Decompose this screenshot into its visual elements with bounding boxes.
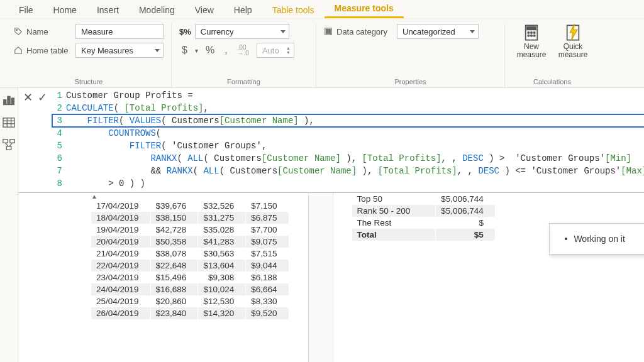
table-cell[interactable]: $10,024 xyxy=(198,283,246,295)
tab-insert[interactable]: Insert xyxy=(87,1,129,18)
table-row[interactable]: Top 50$5,006,744 xyxy=(352,193,496,205)
table-row[interactable]: 24/04/2019$16,688$10,024$6,664 xyxy=(91,283,289,295)
code-text[interactable]: RANKX( ALL( Customers[Customer Name] ), … xyxy=(66,152,631,165)
table-row[interactable]: 23/04/2019$15,496$9,308$6,188 xyxy=(91,272,289,283)
home-table-select[interactable]: Key Measures xyxy=(75,43,164,58)
data-category-select[interactable]: Uncategorized xyxy=(397,24,479,39)
tab-modeling[interactable]: Modeling xyxy=(129,1,185,18)
table-cell[interactable]: $38,150 xyxy=(150,212,198,224)
table-cell[interactable]: 19/04/2019 xyxy=(91,224,150,236)
data-view-button[interactable] xyxy=(0,116,18,129)
table-cell[interactable]: $9,520 xyxy=(246,307,289,319)
tab-measure-tools[interactable]: Measure tools xyxy=(325,0,404,18)
table-row[interactable]: 25/04/2019$20,860$12,530$8,330 xyxy=(91,295,289,307)
table-cell[interactable]: $39,676 xyxy=(150,200,198,212)
commit-formula-button[interactable]: ✓ xyxy=(38,90,47,104)
table-cell[interactable]: $38,078 xyxy=(150,248,198,260)
table-cell[interactable]: $9,075 xyxy=(246,236,289,248)
model-view-button[interactable] xyxy=(0,138,18,152)
table-row[interactable]: 22/04/2019$22,648$13,604$9,044 xyxy=(91,260,289,272)
customer-group-table[interactable]: Top 50$5,006,744Rank 50 - 200$5,006,744T… xyxy=(352,193,496,241)
table-cell[interactable]: $14,320 xyxy=(198,307,246,319)
tab-file[interactable]: File xyxy=(9,1,43,18)
table-cell[interactable]: 24/04/2019 xyxy=(91,283,150,295)
table-cell[interactable]: $5 xyxy=(436,229,496,241)
code-text[interactable]: && RANKX( ALL( Customers[Customer Name] … xyxy=(66,165,644,177)
table-cell[interactable]: Top 50 xyxy=(352,193,436,205)
code-text[interactable]: > 0 ) ) xyxy=(66,177,145,190)
table-cell[interactable]: $9,308 xyxy=(198,272,246,283)
table-cell[interactable]: $9,044 xyxy=(246,260,289,272)
code-text[interactable]: CALCULATE( [Total Profits], xyxy=(66,102,209,114)
chevron-down-icon[interactable]: ▾ xyxy=(195,47,198,54)
table-cell[interactable]: $ xyxy=(436,217,496,229)
table-cell[interactable]: $41,283 xyxy=(198,236,246,248)
table-row[interactable]: The Rest$ xyxy=(352,217,496,229)
code-text[interactable]: Customer Group Profits = xyxy=(66,89,193,102)
code-line[interactable]: 5 FILTER( 'Customer Groups', xyxy=(52,140,644,152)
table-cell[interactable]: $8,330 xyxy=(246,295,289,307)
table-cell[interactable]: $42,728 xyxy=(150,224,198,236)
table-cell[interactable]: $35,028 xyxy=(198,224,246,236)
table-row[interactable]: 19/04/2019$42,728$35,028$7,700 xyxy=(91,224,289,236)
tab-help[interactable]: Help xyxy=(224,1,262,18)
new-measure-button[interactable]: New measure xyxy=(513,24,550,59)
cancel-formula-button[interactable]: ✕ xyxy=(23,90,33,104)
table-cell[interactable]: $6,875 xyxy=(246,212,289,224)
code-line[interactable]: 8 > 0 ) ) xyxy=(52,177,644,190)
tab-table-tools[interactable]: Table tools xyxy=(262,1,325,18)
table-row[interactable]: 18/04/2019$38,150$31,275$6,875 xyxy=(91,212,289,224)
code-text[interactable]: FILTER( 'Customer Groups', xyxy=(66,140,267,152)
comma-button[interactable]: , xyxy=(222,43,230,57)
table-cell[interactable]: 25/04/2019 xyxy=(91,295,150,307)
format-select[interactable]: Currency xyxy=(195,24,289,39)
table-cell[interactable]: $6,664 xyxy=(246,283,289,295)
table-cell[interactable]: $12,530 xyxy=(198,295,246,307)
table-cell[interactable]: $50,358 xyxy=(150,236,198,248)
percent-button[interactable]: % xyxy=(203,43,217,57)
table-cell[interactable]: Rank 50 - 200 xyxy=(352,205,436,217)
code-line[interactable]: 6 RANKX( ALL( Customers[Customer Name] )… xyxy=(52,152,644,165)
code-line[interactable]: 3 FILTER( VALUES( Customers[Customer Nam… xyxy=(52,114,644,127)
code-text[interactable]: COUNTROWS( xyxy=(66,127,161,140)
code-line[interactable]: 2CALCULATE( [Total Profits], xyxy=(52,102,644,114)
table-row[interactable]: Total$5 xyxy=(352,229,496,241)
table-cell[interactable]: $31,275 xyxy=(198,212,246,224)
table-cell[interactable]: $6,188 xyxy=(246,272,289,283)
quick-measure-button[interactable]: Quick measure xyxy=(554,24,592,59)
table-cell[interactable]: $20,860 xyxy=(150,295,198,307)
table-row[interactable]: 21/04/2019$38,078$30,563$7,515 xyxy=(91,248,289,260)
table-cell[interactable]: $15,496 xyxy=(150,272,198,283)
table-row[interactable]: 20/04/2019$50,358$41,283$9,075 xyxy=(91,236,289,248)
code-text[interactable]: FILTER( VALUES( Customers[Customer Name]… xyxy=(66,114,314,127)
table-cell[interactable]: $7,515 xyxy=(246,248,289,260)
dax-editor[interactable]: 1Customer Group Profits =2CALCULATE( [To… xyxy=(52,88,644,192)
table-cell[interactable]: $7,150 xyxy=(246,200,289,212)
table-cell[interactable]: $22,648 xyxy=(150,260,198,272)
table-cell[interactable]: $13,604 xyxy=(198,260,246,272)
table-cell[interactable]: $30,563 xyxy=(198,248,246,260)
tab-home[interactable]: Home xyxy=(43,1,87,18)
table-cell[interactable]: $5,006,744 xyxy=(436,193,496,205)
table-cell[interactable]: The Rest xyxy=(352,217,436,229)
decimal-button[interactable]: .00→.0 xyxy=(235,43,252,57)
report-view-button[interactable] xyxy=(0,93,18,107)
table-cell[interactable]: $5,006,744 xyxy=(436,205,496,217)
table-cell[interactable]: $7,700 xyxy=(246,224,289,236)
table-row[interactable]: 17/04/2019$39,676$32,526$7,150 xyxy=(91,200,289,212)
table-cell[interactable]: 22/04/2019 xyxy=(91,260,150,272)
currency-button[interactable]: $ xyxy=(179,43,190,57)
code-line[interactable]: 1Customer Group Profits = xyxy=(52,89,644,102)
table-cell[interactable]: 23/04/2019 xyxy=(91,272,150,283)
report-canvas[interactable]: ▲ 17/04/2019$39,676$32,526$7,15018/04/20… xyxy=(18,193,644,362)
code-line[interactable]: 4 COUNTROWS( xyxy=(52,127,644,140)
date-profit-table[interactable]: 17/04/2019$39,676$32,526$7,15018/04/2019… xyxy=(91,200,289,319)
table-cell[interactable]: 21/04/2019 xyxy=(91,248,150,260)
table-cell[interactable]: 20/04/2019 xyxy=(91,236,150,248)
table-cell[interactable]: $32,526 xyxy=(198,200,246,212)
table-cell[interactable]: 26/04/2019 xyxy=(91,307,150,319)
tab-view[interactable]: View xyxy=(185,1,224,18)
table-cell[interactable]: $23,840 xyxy=(150,307,198,319)
table-cell[interactable]: 18/04/2019 xyxy=(91,212,150,224)
table-cell[interactable]: $16,688 xyxy=(150,283,198,295)
